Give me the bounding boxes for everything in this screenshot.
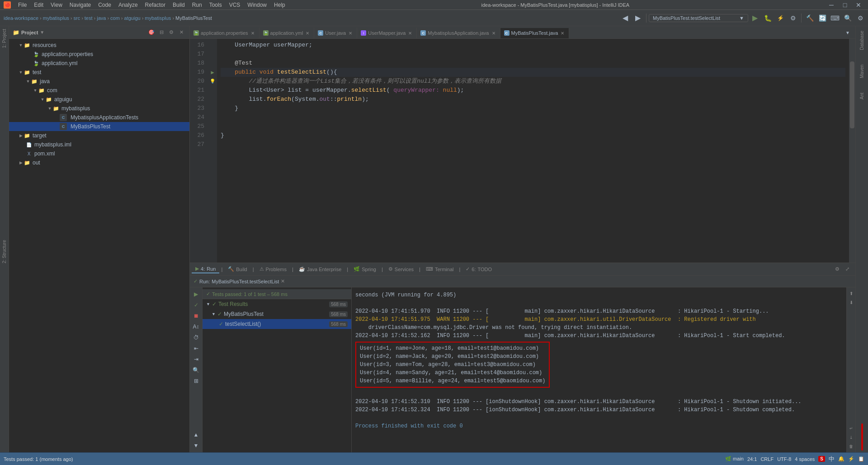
menu-help[interactable]: Help (270, 1, 289, 9)
maximize-btn[interactable]: □ (839, 0, 851, 11)
tree-item-target[interactable]: ▶ 📁 target (9, 131, 189, 140)
sort-duration-btn[interactable]: ⏱ (191, 333, 201, 343)
run-coverage-btn[interactable]: ⚡ (774, 12, 786, 24)
indent-item[interactable]: 4 spaces (795, 456, 815, 462)
tab-close-icon[interactable]: ✕ (250, 30, 255, 36)
test-run-gutter-icon[interactable]: ▶ (208, 68, 217, 77)
run-config-selector[interactable]: MyBatisPlusTest.testSelectList ▼ (649, 14, 748, 22)
tree-item-app-props[interactable]: 🍃 application.properties (9, 50, 189, 59)
rerun-btn[interactable]: ▶ (191, 289, 201, 299)
tree-item-java[interactable]: ▼ 📁 java (9, 77, 189, 86)
tab-build[interactable]: 🔨 Build (224, 265, 250, 273)
panel-settings-icon[interactable]: ⚙ (833, 265, 842, 274)
menu-file[interactable]: File (14, 1, 30, 9)
back-btn[interactable]: ◀ (619, 12, 631, 24)
panel-maximize-icon[interactable]: ⤢ (843, 265, 852, 274)
tab-services[interactable]: ⚙ Services (385, 265, 417, 273)
debug-btn[interactable]: 🐛 (762, 12, 774, 24)
encoding-item[interactable]: UTF-8 (777, 456, 791, 462)
menu-edit[interactable]: Edit (30, 1, 47, 9)
tab-run[interactable]: ▶ 4: Run (192, 265, 219, 273)
tree-item-mybatisplus-app-tests[interactable]: C MybatisplusApplicationTests (9, 113, 189, 122)
tree-item-iml[interactable]: 📄 mybatisplus.iml (9, 140, 189, 149)
tree-item-out[interactable]: ▶ 📁 out (9, 158, 189, 167)
search-everywhere-btn[interactable]: 🔍 (842, 12, 854, 24)
run-tab-close-icon[interactable]: ✕ (281, 278, 285, 284)
collapse-all-btn[interactable]: ⊟ (157, 28, 166, 37)
settings-btn[interactable]: ⚙ (854, 12, 866, 24)
tree-item-mybatisplus-test[interactable]: C MyBatisPlusTest (9, 122, 189, 131)
close-btn[interactable]: ✕ (853, 0, 864, 11)
locate-file-btn[interactable]: 🎯 (147, 28, 156, 37)
position-item[interactable]: 24:1 (747, 456, 757, 462)
event-log-item[interactable]: 📋 (858, 456, 864, 462)
tab-app-java[interactable]: C MybatisplusApplication.java ✕ (417, 28, 500, 38)
menu-navigate[interactable]: Navigate (66, 1, 94, 9)
sort-alpha-btn[interactable]: A↕ (191, 322, 201, 332)
soft-wrap-btn[interactable]: ↵ (847, 424, 855, 432)
menu-tools[interactable]: Tools (206, 1, 226, 9)
csdn-icon[interactable]: S (818, 456, 825, 462)
export-btn[interactable]: ⇥ (191, 354, 201, 364)
tab-todo[interactable]: ✓ 6: TODO (462, 265, 495, 273)
git-branch-item[interactable]: 🌿 main (725, 456, 744, 462)
structure-tab[interactable]: 2: Structure (1, 237, 8, 266)
tree-item-mybatisplus-pkg[interactable]: ▼ 📁 mybatisplus (9, 104, 189, 113)
forward-btn[interactable]: ▶ (632, 12, 644, 24)
recent-files-btn[interactable]: ▼ (842, 27, 854, 38)
tree-item-atguigu[interactable]: ▼ 📁 atguigu (9, 95, 189, 104)
prev-fail-btn[interactable]: ▲ (191, 430, 201, 440)
menu-window[interactable]: Window (244, 1, 270, 9)
code-content[interactable]: UserMapper userMapper; @Test public void… (217, 39, 849, 263)
make-btn[interactable]: 🔨 (804, 12, 816, 24)
lang-item[interactable]: 中 (829, 455, 835, 463)
tab-close-icon[interactable]: ✕ (491, 30, 496, 36)
console-fold-btn[interactable]: ⬆ (847, 289, 855, 297)
menu-vcs[interactable]: VCS (226, 1, 244, 9)
terminal-btn[interactable]: ⌨ (829, 12, 841, 24)
panel-close-btn[interactable]: ✕ (177, 28, 186, 37)
tab-java-enterprise[interactable]: ☕ Java Enterprise (295, 265, 345, 273)
menu-code[interactable]: Code (94, 1, 115, 9)
tab-mybatisplustest-java[interactable]: C MyBatisPlusTest.java ✕ (500, 28, 570, 39)
notification-item[interactable]: 🔔 (838, 456, 844, 462)
menu-refactor[interactable]: Refactor (142, 1, 169, 9)
tab-app-yml[interactable]: 🍃 application.yml ✕ (259, 28, 315, 38)
tab-spring[interactable]: 🌿 Spring (350, 265, 380, 273)
tab-close-icon[interactable]: ✕ (560, 30, 565, 36)
import-btn[interactable]: ⇤ (191, 343, 201, 353)
project-tab[interactable]: 1: Project (1, 26, 8, 51)
stop-btn[interactable]: ⏹ (191, 311, 201, 321)
menu-analyze[interactable]: Analyze (115, 1, 142, 9)
more-run-btn[interactable]: ⚙ (787, 12, 799, 24)
maven-tab[interactable]: Maven (859, 62, 865, 81)
menu-run[interactable]: Run (189, 1, 206, 9)
filter-btn[interactable]: 🔍 (191, 365, 201, 375)
database-tab[interactable]: Database (859, 28, 865, 53)
tab-user-java[interactable]: C User.java ✕ (314, 28, 357, 38)
tab-problems[interactable]: ⚠ Problems (256, 265, 290, 273)
breadcrumb-module[interactable]: mybatisplus (43, 15, 69, 21)
tab-close-icon[interactable]: ✕ (305, 30, 310, 36)
test-results-root[interactable]: ▼ ✓ Test Results 568 ms (203, 299, 351, 309)
ant-tab[interactable]: Ant (859, 90, 865, 102)
tab-close-icon[interactable]: ✕ (348, 30, 353, 36)
test-method-item[interactable]: ✓ testSelectList() 568 ms (203, 319, 351, 329)
tree-item-resources[interactable]: ▼ 📁 resources (9, 41, 189, 50)
tab-usermapper-java[interactable]: I UserMapper.java ✕ (357, 28, 417, 38)
test-class-item[interactable]: ▼ ✓ MyBatisPlusTest 568 ms (203, 309, 351, 319)
tree-item-app-yml[interactable]: 🍃 application.yml (9, 59, 189, 68)
tree-item-test[interactable]: ▼ 📁 test (9, 68, 189, 77)
suggest-gutter-icon[interactable]: 💡 (208, 77, 217, 86)
lf-item[interactable]: CRLF (760, 456, 774, 462)
tasks-item[interactable]: ⚡ (848, 456, 854, 462)
run-btn[interactable]: ▶ (749, 12, 761, 24)
minimize-btn[interactable]: ─ (826, 0, 837, 11)
pass-filter-btn[interactable]: ✓ (191, 300, 201, 310)
expand-btn[interactable]: ⊞ (191, 376, 201, 386)
scroll-end-btn[interactable]: ⤓ (847, 433, 855, 442)
tab-close-icon[interactable]: ✕ (407, 30, 413, 36)
tree-item-pom[interactable]: X pom.xml (9, 149, 189, 158)
tab-app-properties[interactable]: 🍃 application.properties ✕ (190, 28, 259, 38)
menu-view[interactable]: View (47, 1, 66, 9)
